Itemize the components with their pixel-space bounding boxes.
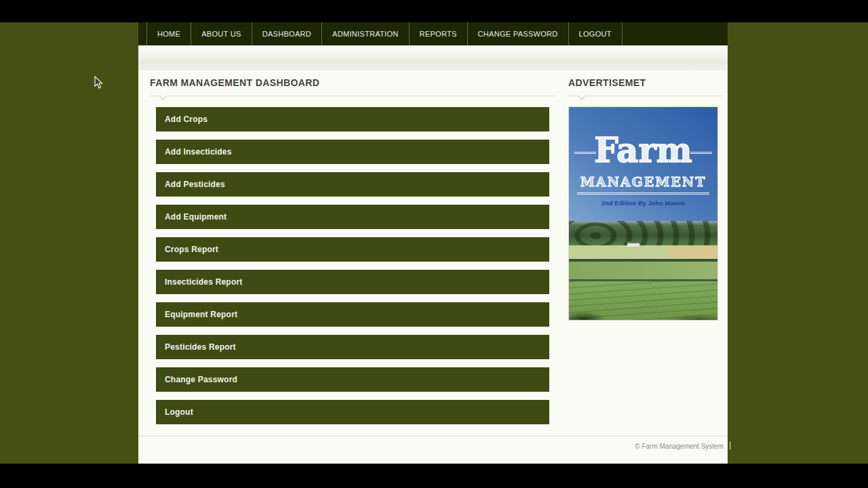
farm-building-art — [627, 241, 639, 247]
nav-item-about-us[interactable]: ABOUT US — [191, 22, 251, 45]
nav-item-reports[interactable]: REPORTS — [409, 22, 467, 45]
book-edition-note: 2nd Edition By John Mason — [569, 200, 717, 207]
dashboard-heading: FARM MANAGEMENT DASHBOARD — [150, 70, 555, 89]
advertisement-section: ADVERTISEMET Farm MANAGEMENT 2nd Edition… — [568, 70, 723, 321]
cover-landscape-art — [569, 221, 717, 320]
divider-notch — [160, 94, 167, 100]
footer-copyright: © Farm Management System — [635, 443, 724, 450]
heading-divider — [150, 96, 555, 96]
divider-notch — [578, 94, 585, 100]
text-caret-mark: | — [729, 439, 731, 449]
heading-divider — [568, 96, 723, 96]
advertisement-heading: ADVERTISEMET — [568, 70, 723, 89]
field-band-pale — [569, 245, 717, 259]
screen: HOME ABOUT US DASHBOARD ADMINISTRATION R… — [0, 0, 868, 488]
field-foreground-art — [569, 281, 717, 320]
nav-item-logout[interactable]: LOGOUT — [568, 22, 623, 45]
add-equipment-button[interactable]: Add Equipment — [156, 205, 549, 229]
book-title: Farm — [569, 130, 717, 170]
change-password-button[interactable]: Change Password — [156, 367, 549, 392]
add-crops-button[interactable]: Add Crops — [156, 107, 549, 131]
nav-item-home[interactable]: HOME — [146, 22, 191, 45]
add-pesticides-button[interactable]: Add Pesticides — [156, 172, 549, 197]
pesticides-report-button[interactable]: Pesticides Report — [156, 335, 549, 359]
add-insecticides-button[interactable]: Add Insecticides — [156, 140, 549, 164]
equipment-report-button[interactable]: Equipment Report — [156, 302, 549, 327]
header-strip — [138, 45, 728, 70]
nav-item-change-password[interactable]: CHANGE PASSWORD — [467, 22, 568, 45]
mouse-cursor-icon — [94, 76, 103, 89]
crops-report-button[interactable]: Crops Report — [156, 237, 549, 262]
insecticides-report-button[interactable]: Insecticides Report — [156, 270, 549, 294]
book-subtitle: MANAGEMENT — [569, 174, 717, 189]
main-area: FARM MANAGEMENT DASHBOARD Add Crops Add … — [138, 70, 728, 436]
field-band-mid — [569, 262, 717, 279]
cover-rule-bottom — [577, 192, 709, 195]
hills-art — [569, 221, 717, 245]
wheat-patch-art — [670, 245, 717, 259]
advertisement-book-cover[interactable]: Farm MANAGEMENT 2nd Edition By John Maso… — [568, 106, 718, 321]
nav-item-administration[interactable]: ADMINISTRATION — [321, 22, 409, 45]
dashboard-button-list: Add Crops Add Insecticides Add Pesticide… — [156, 107, 555, 424]
top-navbar: HOME ABOUT US DASHBOARD ADMINISTRATION R… — [138, 22, 728, 45]
dashboard-section: FARM MANAGEMENT DASHBOARD Add Crops Add … — [150, 70, 555, 432]
footer: © Farm Management System — [138, 436, 728, 464]
content-column: HOME ABOUT US DASHBOARD ADMINISTRATION R… — [138, 22, 728, 464]
logout-button[interactable]: Logout — [156, 400, 549, 424]
nav-item-dashboard[interactable]: DASHBOARD — [252, 22, 321, 45]
